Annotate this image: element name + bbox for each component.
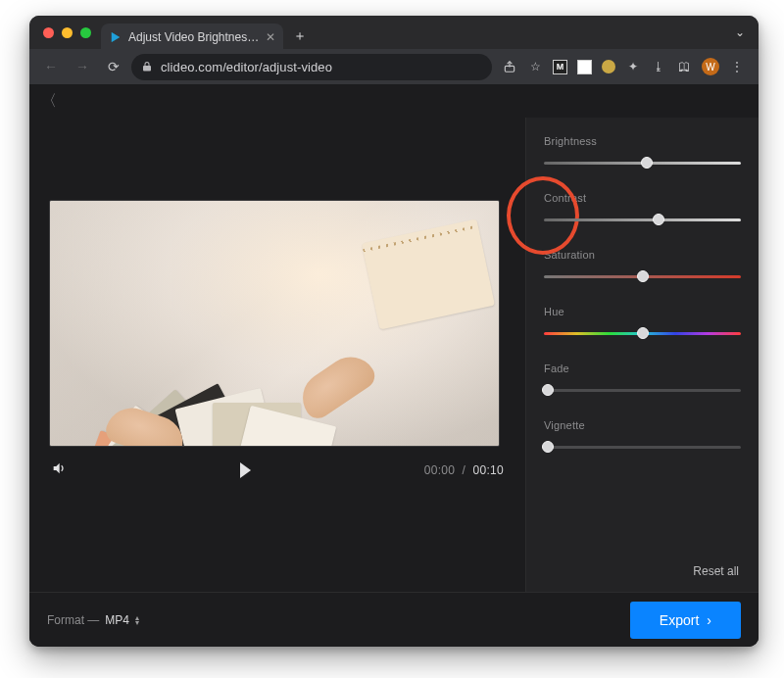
minimize-window-button[interactable]: [62, 27, 73, 38]
preview-swatches: [119, 252, 373, 438]
preview-pane: 00:00 / 00:10: [29, 118, 525, 592]
tabs-dropdown-icon[interactable]: ⌄: [735, 25, 745, 39]
app-body: 00:00 / 00:10 Brightness: [29, 118, 759, 592]
brightness-slider[interactable]: [544, 157, 741, 170]
url-text: clideo.com/editor/adjust-video: [161, 60, 482, 74]
app-back-button[interactable]: 〈: [41, 91, 57, 112]
nav-reload-button[interactable]: ⟳: [100, 53, 127, 80]
close-window-button[interactable]: [43, 27, 54, 38]
slider-thumb[interactable]: [637, 270, 649, 282]
tab-title: Adjust Video Brightness, Cont: [128, 30, 260, 44]
app-header: 〈: [29, 84, 759, 118]
hue-label: Hue: [544, 306, 741, 317]
new-tab-button[interactable]: ＋: [289, 25, 311, 47]
vignette-slider[interactable]: [544, 441, 741, 455]
hue-slider[interactable]: [544, 327, 741, 341]
slider-thumb[interactable]: [641, 157, 653, 169]
tab-close-icon[interactable]: ✕: [266, 30, 275, 44]
vignette-label: Vignette: [544, 419, 741, 431]
fade-slider[interactable]: [544, 384, 741, 398]
export-label: Export: [660, 612, 699, 628]
lock-icon: [141, 61, 153, 73]
window-controls[interactable]: [43, 16, 91, 49]
video-preview[interactable]: [49, 200, 500, 447]
fade-group: Fade: [544, 363, 741, 398]
svg-marker-1: [112, 32, 120, 42]
contrast-group: Contrast: [544, 192, 741, 227]
tab-bar: Adjust Video Brightness, Cont ✕ ＋ ⌄: [29, 16, 759, 49]
app-content: 〈: [29, 84, 759, 647]
star-icon[interactable]: ☆: [527, 59, 543, 74]
reading-list-icon[interactable]: 🕮: [676, 59, 692, 74]
transport-bar: 00:00 / 00:10: [29, 447, 525, 489]
export-button[interactable]: Export ›: [630, 602, 741, 639]
chevron-updown-icon: ▴▾: [135, 615, 139, 625]
format-prefix: Format —: [47, 613, 99, 627]
maximize-window-button[interactable]: [80, 27, 91, 38]
slider-thumb[interactable]: [542, 384, 554, 396]
saturation-group: Saturation: [544, 249, 741, 284]
preview-notebook: [362, 219, 495, 330]
extension-circle-icon[interactable]: [602, 60, 615, 73]
browser-window: Adjust Video Brightness, Cont ✕ ＋ ⌄ ← → …: [29, 16, 759, 647]
share-icon[interactable]: [502, 59, 517, 74]
slider-thumb[interactable]: [542, 441, 554, 453]
adjust-panel: Brightness Contrast Saturation: [525, 118, 759, 592]
play-icon: [240, 462, 251, 478]
time-current: 00:00: [424, 463, 456, 477]
contrast-label: Contrast: [544, 192, 741, 204]
slider-thumb[interactable]: [653, 214, 664, 225]
toolbar-actions: ☆ M ✦ ⭳ 🕮 W ⋮: [496, 58, 751, 75]
saturation-label: Saturation: [544, 249, 741, 261]
time-total: 00:10: [472, 463, 504, 477]
tab-favicon: [109, 30, 122, 44]
contrast-slider[interactable]: [544, 214, 741, 227]
reset-all-button[interactable]: Reset all: [544, 560, 741, 584]
browser-toolbar: ← → ⟳ clideo.com/editor/adjust-video ☆ M…: [29, 49, 759, 84]
bottom-bar: Format — MP4 ▴▾ Export ›: [29, 592, 759, 647]
profile-avatar[interactable]: W: [702, 58, 719, 75]
browser-tab[interactable]: Adjust Video Brightness, Cont ✕: [101, 24, 283, 51]
volume-icon[interactable]: [51, 460, 67, 479]
brightness-group: Brightness: [544, 135, 741, 170]
fade-label: Fade: [544, 363, 741, 374]
brightness-label: Brightness: [544, 135, 741, 147]
chevron-right-icon: ›: [707, 612, 711, 628]
timecode: 00:00 / 00:10: [424, 463, 504, 477]
nav-back-button[interactable]: ←: [37, 53, 65, 80]
download-icon[interactable]: ⭳: [651, 59, 666, 74]
extension-m-icon[interactable]: M: [553, 60, 567, 74]
hue-group: Hue: [544, 306, 741, 341]
extension-checker-icon[interactable]: [577, 60, 592, 74]
slider-thumb[interactable]: [637, 327, 649, 339]
address-bar[interactable]: clideo.com/editor/adjust-video: [131, 54, 492, 80]
play-button[interactable]: [67, 462, 424, 478]
chrome-menu-icon[interactable]: ⋮: [729, 59, 745, 74]
nav-forward-button[interactable]: →: [69, 53, 96, 80]
vignette-group: Vignette: [544, 419, 741, 455]
saturation-slider[interactable]: [544, 270, 741, 284]
format-select[interactable]: MP4 ▴▾: [105, 613, 139, 627]
format-value-text: MP4: [105, 613, 129, 627]
extensions-puzzle-icon[interactable]: ✦: [625, 59, 641, 74]
